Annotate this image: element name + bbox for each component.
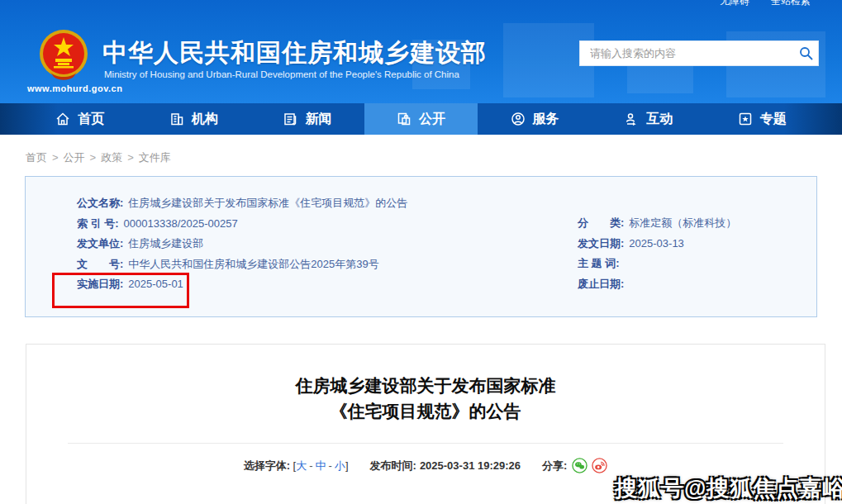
- page: 无障碍 全站检索 www.mohurd.gov.cn 中华人民共和国住房和城乡建…: [0, 0, 842, 504]
- publish-time-value: 2025-03-31 19:29:26: [420, 459, 521, 472]
- meta-value: 000013338/2025-00257: [124, 217, 238, 230]
- meta-value: 中华人民共和国住房和城乡建设部公告2025年第39号: [128, 258, 378, 270]
- topics-icon: [738, 112, 753, 126]
- meta-label: 公文名称:: [77, 197, 123, 209]
- article-meta-row: 选择字体: [大-中-小] 发布时间: 2025-03-31 19:29:26 …: [26, 458, 825, 473]
- nav-item-organization[interactable]: 机构: [137, 103, 251, 135]
- interaction-icon: [624, 112, 639, 126]
- nav-label: 专题: [760, 111, 787, 128]
- disclosure-icon: [397, 112, 411, 126]
- weibo-share-icon[interactable]: [592, 458, 607, 473]
- article-title-line1: 住房城乡建设部关于发布国家标准: [26, 373, 825, 398]
- publish-time-label: 发布时间:: [370, 459, 416, 473]
- main-nav: 首页 机构 新闻 公开: [0, 103, 842, 135]
- nav-label: 公开: [419, 111, 445, 128]
- search-box: [579, 40, 819, 66]
- topbar-link-site-search[interactable]: 全站检索: [771, 0, 811, 8]
- share-icons: [572, 458, 607, 473]
- site-title-english: Ministry of Housing and Urban-Rural Deve…: [104, 69, 459, 79]
- meta-row-repeal-date: 废止日期:: [578, 274, 736, 295]
- news-icon: [283, 112, 297, 126]
- organization-icon: [169, 112, 184, 126]
- meta-row-issue-date: 发文日期:2025-03-13: [578, 234, 736, 254]
- nav-label: 服务: [533, 111, 559, 128]
- meta-value: 住房城乡建设部关于发布国家标准《住宅项目规范》的公告: [128, 197, 407, 209]
- meta-label: 发文日期:: [578, 237, 624, 250]
- breadcrumb-library[interactable]: 文件库: [139, 151, 171, 164]
- home-icon: [55, 112, 70, 126]
- meta-value: 2025-03-13: [629, 237, 684, 250]
- meta-row-subject-words: 主 题 词:: [578, 254, 736, 274]
- nav-label: 互动: [646, 111, 673, 128]
- meta-row-doc-number: 文 号:中华人民共和国住房和城乡建设部公告2025年第39号: [77, 254, 407, 275]
- dash: -: [329, 459, 332, 472]
- sohu-watermark: 搜狐号@搜狐焦点嘉峪关站: [615, 473, 842, 503]
- font-size-medium-link[interactable]: 中: [316, 459, 326, 472]
- meta-row-issuing-unit: 发文单位:住房城乡建设部: [77, 234, 407, 254]
- nav-item-topics[interactable]: 专题: [705, 103, 819, 135]
- nav-item-interaction[interactable]: 互动: [592, 103, 706, 135]
- meta-label: 实施日期:: [77, 278, 123, 290]
- breadcrumb-separator: >: [127, 151, 134, 164]
- meta-row-index-number: 索 引 号:000013338/2025-00257: [77, 214, 407, 235]
- site-header: 无障碍 全站检索 www.mohurd.gov.cn 中华人民共和国住房和城乡建…: [0, 0, 842, 103]
- bracket: ]: [345, 459, 349, 472]
- breadcrumb-disclosure[interactable]: 公开: [64, 151, 85, 164]
- meta-value: 住房城乡建设部: [128, 237, 203, 250]
- dash: -: [309, 459, 312, 472]
- services-icon: [511, 112, 526, 126]
- meta-label: 主 题 词:: [578, 257, 620, 269]
- nav-item-news[interactable]: 新闻: [250, 103, 364, 135]
- breadcrumb-home[interactable]: 首页: [26, 151, 47, 164]
- nav-item-disclosure[interactable]: 公开: [364, 103, 478, 135]
- site-url: www.mohurd.gov.cn: [27, 83, 122, 93]
- meta-value: 标准定额（标准科技）: [629, 216, 736, 229]
- meta-label: 发文单位:: [77, 237, 123, 250]
- article-title: 住房城乡建设部关于发布国家标准 《住宅项目规范》的公告: [26, 373, 825, 424]
- wechat-share-icon[interactable]: [572, 458, 587, 473]
- share-label: 分享:: [542, 459, 567, 473]
- meta-value: 2025-05-01: [128, 278, 183, 290]
- document-meta-box: 公文名称:住房城乡建设部关于发布国家标准《住宅项目规范》的公告 索 引 号:00…: [25, 176, 817, 317]
- meta-column-right: 分 类:标准定额（标准科技） 发文日期:2025-03-13 主 题 词: 废止…: [578, 213, 736, 294]
- site-title: 中华人民共和国住房和城乡建设部: [102, 36, 487, 70]
- breadcrumb-separator: >: [52, 151, 59, 164]
- meta-label: 分 类:: [578, 216, 624, 229]
- meta-label: 废止日期:: [578, 278, 624, 290]
- article-title-line2: 《住宅项目规范》的公告: [26, 398, 825, 424]
- search-input[interactable]: [580, 47, 793, 59]
- nav-item-home[interactable]: 首页: [23, 103, 137, 135]
- breadcrumb-policy[interactable]: 政策: [101, 151, 122, 164]
- meta-row-category: 分 类:标准定额（标准科技）: [578, 213, 736, 234]
- font-size-links: [大-中-小]: [290, 459, 349, 473]
- breadcrumb: 首页>公开>政策>文件库: [26, 150, 842, 165]
- meta-row-doc-name: 公文名称:住房城乡建设部关于发布国家标准《住宅项目规范》的公告: [77, 193, 407, 214]
- meta-label: 索 引 号:: [77, 217, 119, 230]
- meta-label: 文 号:: [77, 258, 123, 270]
- nav-label: 首页: [78, 111, 104, 128]
- topbar-link-accessibility[interactable]: 无障碍: [720, 0, 749, 8]
- breadcrumb-separator: >: [90, 151, 97, 164]
- meta-column-left: 公文名称:住房城乡建设部关于发布国家标准《住宅项目规范》的公告 索 引 号:00…: [77, 193, 407, 295]
- font-size-small-link[interactable]: 小: [335, 459, 345, 472]
- font-select-label: 选择字体:: [244, 459, 290, 473]
- meta-row-implementation-date: 实施日期:2025-05-01: [77, 274, 407, 295]
- nav-item-services[interactable]: 服务: [478, 103, 592, 135]
- national-emblem-logo[interactable]: [39, 29, 88, 82]
- nav-label: 机构: [192, 111, 218, 128]
- nav-label: 新闻: [305, 111, 331, 128]
- topbar-links: 无障碍 全站检索: [720, 0, 811, 8]
- font-size-large-link[interactable]: 大: [296, 459, 307, 472]
- title-divider: [68, 443, 783, 444]
- search-icon[interactable]: [793, 46, 818, 60]
